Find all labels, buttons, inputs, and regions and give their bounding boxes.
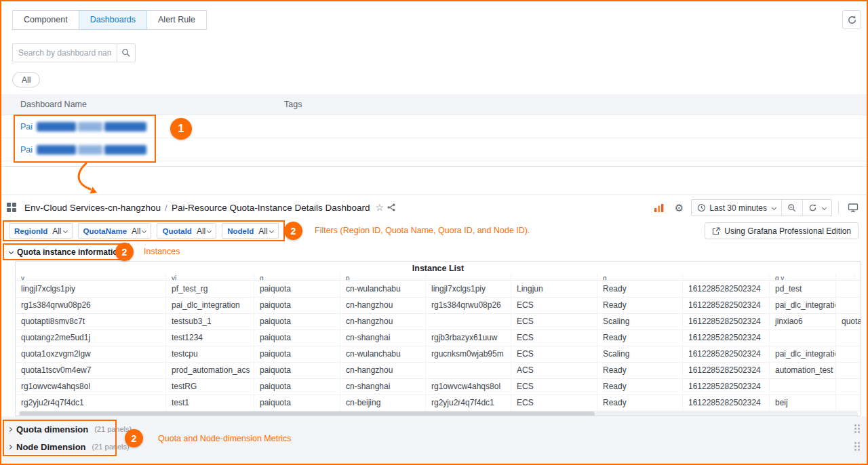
chevron-down-icon <box>269 228 274 233</box>
tab-dashboards[interactable]: Dashboards <box>79 10 147 30</box>
table-cell: cn-hangzhou <box>340 314 426 329</box>
dashboard-search <box>12 43 136 62</box>
drag-handle-icon[interactable] <box>854 442 860 451</box>
dashboard-row[interactable]: Pai <box>1 115 867 138</box>
table-cell: 1612285282502324 <box>683 346 770 362</box>
table-cell: Lingjun <box>511 281 597 297</box>
table-cell: rg1owvcw4ahqs8ol <box>16 379 166 395</box>
table-cell: quota1oxzvgm2lgw <box>16 346 166 362</box>
table-cell: testcpu <box>166 346 254 362</box>
tag-filter-all[interactable]: All <box>12 72 40 87</box>
table-cell: paiquota <box>254 330 340 346</box>
table-cell: pai_dlc_integration <box>770 346 836 362</box>
search-input[interactable] <box>12 43 117 62</box>
section-label: Quota dimension <box>16 424 88 434</box>
dashboard-settings-button[interactable]: ⚙ <box>672 201 686 216</box>
apps-grid-icon[interactable] <box>7 203 16 212</box>
table-row: quotapti8smv8c7ttestsub3_1paiquotacn-han… <box>16 314 861 330</box>
table-cell: Ready <box>597 281 683 297</box>
dashboard-link[interactable]: Pai <box>20 145 33 155</box>
collapsed-row-quota-dimension[interactable]: Quota dimension (21 panels) <box>8 421 132 437</box>
table-cell: pd_test <box>770 281 836 297</box>
table-cell: cn-wulanchabu <box>340 346 426 362</box>
zoom-out-button[interactable] <box>781 200 802 216</box>
table-row: rg1owvcw4ahqs8oltestRGpaiquotacn-shangha… <box>16 379 861 395</box>
table-cell: jinxiao6 <box>770 314 836 329</box>
horizontal-scrollbar[interactable] <box>18 411 858 416</box>
table-row: quota1oxzvgm2lgwtestcpupaiquotacn-wulanc… <box>16 346 861 363</box>
share-icon[interactable] <box>384 201 399 214</box>
table-cell: Ready <box>597 330 683 346</box>
table-cell: ACS <box>511 363 597 378</box>
search-button[interactable] <box>117 43 136 62</box>
table-cell: cn-hangzhou <box>340 298 426 313</box>
annotation-note-dimensions: Quota and Node-dimension Metrics <box>158 434 292 443</box>
table-cell: 1612285282502324 <box>683 330 770 346</box>
tab-component[interactable]: Component <box>12 10 79 30</box>
table-cell: paiquota <box>254 298 340 313</box>
breadcrumb-folder[interactable]: Env-Cloud Services-cn-hangzhou <box>24 203 161 213</box>
table-cell <box>836 330 855 346</box>
table-header-cell: g <box>597 273 683 280</box>
table-cell <box>836 379 855 395</box>
table-header-cell: g <box>254 273 340 280</box>
row-title: Quota instance information <box>17 247 123 257</box>
dashboard-link[interactable]: Pai <box>20 122 33 132</box>
pro-button-label: Using Grafana Professional Edition <box>724 226 851 236</box>
table-cell <box>426 363 511 378</box>
time-picker-group: Last 30 minutes <box>691 199 832 216</box>
clock-icon <box>697 203 706 212</box>
chevron-down-icon <box>9 249 14 254</box>
filter-quotaname[interactable]: QuotaName All <box>78 223 152 239</box>
filter-label: NodeId <box>227 227 254 235</box>
external-link-icon <box>712 227 720 235</box>
table-cell: pai_dlc_integration <box>166 298 254 313</box>
tab-alert-rule[interactable]: Alert Rule <box>146 10 207 30</box>
table-cell: paiquota <box>254 281 340 297</box>
table-cell: paiquota <box>254 395 340 411</box>
table-cell: rg1s384qrwu08p26 <box>16 298 166 313</box>
table-cell <box>426 314 511 329</box>
grafana-pro-button[interactable]: Using Grafana Professional Edition <box>705 222 859 239</box>
filter-nodeid[interactable]: NodeId All <box>222 223 278 239</box>
table-cell: lingjl7xclgs1piy <box>426 281 511 297</box>
time-range-picker[interactable]: Last 30 minutes <box>692 200 781 216</box>
tv-mode-button[interactable] <box>845 201 861 214</box>
table-cell <box>770 379 836 395</box>
drag-handle-icon[interactable] <box>854 424 860 433</box>
analytics-panel-button[interactable] <box>651 202 667 214</box>
table-cell: quotangz2me5ud1j <box>16 330 166 346</box>
refresh-dashboard-button[interactable] <box>802 200 831 216</box>
table-cell <box>836 363 855 378</box>
filter-label: QuotaId <box>162 227 191 235</box>
row-quota-instance-information[interactable]: Quota instance information <box>3 243 130 260</box>
monitor-icon <box>848 203 859 213</box>
table-header-cell: yj_ <box>166 273 254 280</box>
table-row: quota1tscv0m4ew7prod_automation_acspaiqu… <box>16 363 861 379</box>
filter-quotaid[interactable]: QuotaId All <box>157 223 216 239</box>
table-cell: rgucnksm0wjab95m <box>426 346 511 362</box>
table-cell <box>836 281 855 297</box>
dashboard-row[interactable]: Pai <box>1 138 867 161</box>
filter-regionid[interactable]: RegionId All <box>9 223 73 239</box>
table-cell <box>770 330 836 346</box>
table-header-cell: y <box>16 273 166 280</box>
gear-icon: ⚙ <box>675 202 684 214</box>
panel-title: Instance List <box>16 264 861 273</box>
chevron-down-icon <box>207 228 212 233</box>
table-cell: 1612285282502324 <box>683 379 770 395</box>
table-cell: cn-shanghai <box>340 330 426 346</box>
breadcrumb-separator: / <box>165 203 167 213</box>
refresh-list-button[interactable] <box>842 10 861 29</box>
annotation-badge-2-instances: 2 <box>115 243 134 261</box>
annotation-badge-1: 1 <box>170 118 192 140</box>
table-cell: quotapti8smv8c7t <box>16 314 166 329</box>
collapsed-row-node-dimension[interactable]: Node Dimension (21 panels) <box>8 439 130 455</box>
section-label: Node Dimension <box>16 442 86 452</box>
chevron-down-icon <box>772 205 776 210</box>
favorite-star-icon[interactable]: ☆ <box>376 202 384 213</box>
table-cell: paiquota <box>254 379 340 395</box>
scrollbar-thumb[interactable] <box>20 411 595 416</box>
table-header-cell: p <box>340 273 426 280</box>
table-cell: 1612285282502324 <box>683 281 770 297</box>
